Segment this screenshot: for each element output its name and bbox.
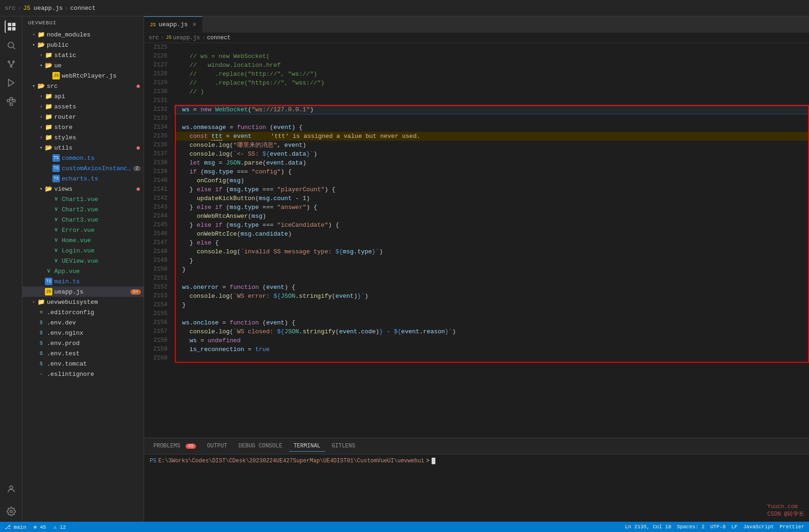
errors-count[interactable]: ⊗ 45 [34,524,46,530]
line-num-2157: 2157 [148,327,167,336]
code-container[interactable]: 2125212621272128212921302131213221332134… [144,43,809,438]
label-appvue: App.vue [54,268,144,275]
tab-output[interactable]: OUTPUT [202,441,232,451]
sidebar-item-styles[interactable]: ›📁styles [22,132,144,143]
formatter[interactable]: Prettier [780,524,804,530]
sidebar-item-envdev[interactable]: $.env.dev [22,317,144,328]
code-line-2134: ws.onmessage = function (event) { [175,123,809,132]
sidebar-item-login[interactable]: VLogin.vue [22,245,144,256]
sidebar-item-common[interactable]: TScommon.ts [22,153,144,163]
sidebar-item-ueappjs[interactable]: JSueapp.js9+ [22,287,144,297]
label-chart1: Chart1.vue [62,196,144,203]
tab-ueapp[interactable]: JS ueapp.js × [144,16,202,32]
sidebar-item-envtest[interactable]: $.env.test [22,348,144,359]
sidebar-item-envnginx[interactable]: $.env.nginx [22,328,144,338]
sidebar-item-customAxios[interactable]: TScustomAxiosInstance.ts2 [22,163,144,173]
svg-rect-0 [7,23,11,26]
sidebar-item-error[interactable]: VError.vue [22,225,144,235]
file-icon-uevwebuisystem: 📁 [37,298,45,306]
sidebar-item-envtomcat[interactable]: $.env.tomcat [22,359,144,369]
label-public: public [47,42,144,49]
sidebar-item-chart2[interactable]: VChart2.vue [22,204,144,215]
top-breadcrumb-func: connect [70,5,96,12]
line-num-2154: 2154 [148,301,167,309]
label-customAxios: customAxiosInstance.ts [62,165,133,172]
sidebar-item-views[interactable]: ▾📂views [22,184,144,194]
git-branch[interactable]: ⎇ main [5,524,26,530]
sidebar-item-public[interactable]: ▾📂public [22,40,144,50]
svg-line-9 [9,63,11,66]
sidebar-item-ue[interactable]: ▾📂ue [22,60,144,71]
encoding[interactable]: UTF-8 [710,524,726,530]
file-icon-echarts: TS [52,175,60,182]
svg-rect-1 [12,23,15,26]
line-num-2155: 2155 [148,309,167,318]
code-line-2126: // ws = new WebSocket( [175,52,809,61]
svg-point-7 [13,61,14,62]
run-icon[interactable] [5,76,18,89]
tab-gitlens[interactable]: GITLENS [327,441,360,451]
label-login: Login.vue [62,247,144,254]
sidebar-item-api[interactable]: ›📁api [22,91,144,101]
sidebar-item-eslintignore[interactable]: ·.eslintignore [22,369,144,379]
language[interactable]: JavaScript [743,524,774,530]
sidebar-item-uevwebuisystem[interactable]: ›📁uevwebuisystem [22,297,144,307]
sidebar-item-home[interactable]: VHome.vue [22,235,144,245]
top-bar: src › JS ueapp.js › connect [0,0,809,16]
label-node_modules: node_modules [47,31,144,38]
sidebar-item-node_modules[interactable]: ›📁node_modules [22,29,144,40]
sidebar-item-appvue[interactable]: VApp.vue [22,266,144,276]
tab-problems[interactable]: PROBLEMS 45 [149,441,201,451]
line-num-2134: 2134 [148,123,167,132]
line-num-2160: 2160 [148,354,167,363]
file-icon-home: V [52,237,60,244]
tab-close-icon[interactable]: × [193,21,196,29]
label-static: static [54,52,144,59]
sidebar-item-assets[interactable]: ›📁assets [22,101,144,112]
label-editorconfig: .editorconfig [47,309,144,316]
tab-debug-console[interactable]: DEBUG CONSOLE [234,441,287,451]
label-src: src [47,83,144,90]
code-line-2127: // window.location.href [175,61,809,70]
tab-terminal[interactable]: TERMINAL [289,441,325,452]
cursor-position[interactable]: Ln 2135, Col 18 [625,524,672,530]
settings-icon[interactable] [5,505,18,518]
search-icon[interactable] [5,39,18,52]
sidebar-item-utils[interactable]: ▾📂utils [22,143,144,153]
sidebar: UEVWEBUI ›📁node_modules▾📂public›📁static▾… [22,16,144,522]
extensions-icon[interactable] [5,95,18,108]
sidebar-item-echarts[interactable]: TSecharts.ts [22,173,144,184]
spaces[interactable]: Spaces: 2 [677,524,705,530]
explorer-icon[interactable] [5,20,18,33]
line-num-2158: 2158 [148,336,167,345]
code-line-2135: const ttt = event 'ttt' is assigned a va… [175,132,809,141]
code-line-2156: ws.onclose = function (event) { [175,318,809,327]
accounts-icon[interactable] [5,482,18,496]
sidebar-item-editorconfig[interactable]: ≡.editorconfig [22,307,144,317]
sidebar-item-router[interactable]: ›📁router [22,112,144,122]
file-icon-views: 📂 [45,185,52,193]
warnings-count[interactable]: ⚠ 12 [53,524,65,530]
sidebar-item-src[interactable]: ▾📂src [22,81,144,91]
sidebar-item-envprod[interactable]: $.env.prod [22,338,144,348]
sidebar-item-static[interactable]: ›📁static [22,50,144,60]
terminal-path: E:\3Works\Codes\DIST\CDesk\20230224UE427… [158,456,424,466]
file-icon-chart1: V [52,195,60,203]
file-icon-ue: 📂 [45,62,52,69]
sidebar-item-store[interactable]: ›📁store [22,122,144,132]
sidebar-item-webRtcPlayer[interactable]: JSwebRtcPlayer.js [22,71,144,81]
file-icon-envtomcat: $ [37,360,45,367]
sidebar-item-maints[interactable]: TSmain.ts [22,276,144,287]
svg-rect-15 [10,103,12,105]
svg-rect-12 [7,100,9,102]
sidebar-item-chart1[interactable]: VChart1.vue [22,194,144,204]
terminal-content[interactable]: PS E:\3Works\Codes\DIST\CDesk\20230224UE… [144,454,809,522]
file-icon-webRtcPlayer: JS [52,72,60,79]
sidebar-item-chart3[interactable]: VChart3.vue [22,215,144,225]
source-control-icon[interactable] [5,58,18,71]
eol[interactable]: LF [731,524,737,530]
label-styles: styles [54,134,144,141]
svg-rect-13 [13,100,15,102]
sidebar-item-ueview[interactable]: VUEView.vue [22,256,144,266]
code-line-2140: onConfig(msg) [175,176,809,185]
